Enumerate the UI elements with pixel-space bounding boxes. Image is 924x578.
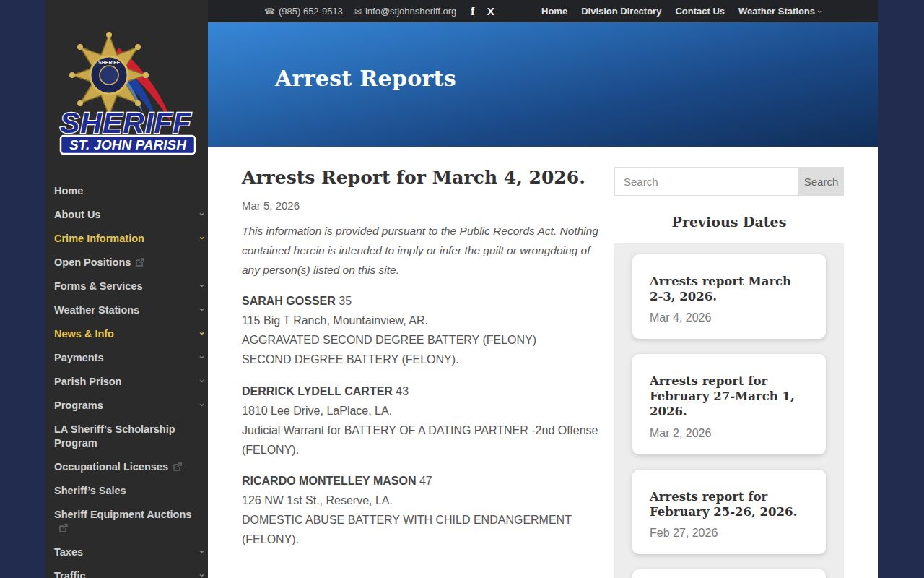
- card-title: Arrests report March 2-3, 2026.: [650, 274, 808, 304]
- arrest-entry: RICARDO MONTELLEY MASON 47 126 NW 1st St…: [242, 472, 614, 550]
- card-title: Arrests report for February 25-26, 2026.: [650, 489, 808, 519]
- arrest-detail-line: 126 NW 1st St., Reserve, LA.: [242, 491, 614, 511]
- arrestee-name: SARAH GOSSER: [242, 295, 336, 307]
- arrestee-age: 43: [396, 385, 409, 397]
- arrestee-age: 47: [419, 475, 432, 487]
- arrest-entry: DERRICK LYDELL CARTER 43 1810 Lee Drive,…: [242, 382, 614, 460]
- sidebar-item-about-us[interactable]: About Us ›: [54, 203, 208, 227]
- arrest-detail-line: AGGRAVATED SECOND DEGREE BATTERY (FELONY…: [242, 331, 614, 350]
- topbar: ☎ (985) 652-9513 ✉ info@stjohnsheriff.or…: [208, 0, 878, 22]
- sidebar-item-open-positions[interactable]: Open Positions: [54, 251, 208, 275]
- arrestee-age: 35: [339, 295, 352, 307]
- previous-dates-title: Previous Dates: [614, 214, 844, 230]
- arrest-entry-details: 115 Big T Ranch, Mountainview, AR.AGGRAV…: [242, 311, 614, 370]
- previous-dates-panel: Arrests report March 2-3, 2026. Mar 4, 2…: [614, 243, 844, 578]
- sidebar-menu: Home About Us › Crime Information › Open…: [45, 179, 208, 578]
- topnav-item-division-directory[interactable]: Division Directory: [581, 6, 661, 17]
- topbar-contact: ☎ (985) 652-9513 ✉ info@stjohnsheriff.or…: [264, 5, 494, 18]
- topnav: Home Division Directory Contact Us Weath…: [541, 6, 821, 17]
- arrestee-name: RICARDO MONTELLEY MASON: [242, 475, 416, 487]
- chevron-down-icon: ›: [197, 379, 206, 382]
- sidebar-item-payments[interactable]: Payments ›: [54, 346, 208, 370]
- sidebar-item-la-sheriff-s-scholarship-program[interactable]: LA Sheriff’s Scholarship Program: [54, 418, 208, 455]
- phone-icon: ☎: [264, 7, 275, 17]
- chevron-down-icon: ›: [197, 332, 206, 335]
- card-date: Feb 27, 2026: [650, 527, 808, 540]
- arrest-detail-line: 115 Big T Ranch, Mountainview, AR.: [242, 311, 614, 331]
- article-title: Arrests Report for March 4, 2026.: [242, 167, 614, 189]
- sidebar-item-sheriff-s-sales[interactable]: Sheriff’s Sales: [54, 479, 208, 503]
- content-region: Arrests Report for March 4, 2026. Mar 5,…: [208, 147, 878, 578]
- arrest-entry-details: 1810 Lee Drive, LaPlace, LA.Judicial War…: [242, 402, 614, 460]
- card-date: Mar 2, 2026: [650, 427, 808, 440]
- previous-date-card[interactable]: Arrests report March 2-3, 2026. Mar 4, 2…: [632, 254, 826, 339]
- previous-date-card[interactable]: Arrests report for February 24, 2026.: [632, 569, 826, 578]
- chevron-down-icon: ›: [197, 236, 206, 239]
- sheriff-logo[interactable]: SHERIFF SHERIFF ST. JOHN PARISH: [55, 26, 199, 158]
- search-input[interactable]: [614, 167, 798, 196]
- external-link-icon: [59, 524, 68, 532]
- badge-word: SHERIFF: [98, 60, 121, 65]
- badge-star-icon: SHERIFF: [69, 32, 149, 118]
- page: SHERIFF SHERIFF ST. JOHN PARISH Home Abo…: [0, 0, 924, 578]
- social-links: f X: [471, 5, 493, 18]
- arrest-entry-details: 126 NW 1st St., Reserve, LA.DOMESTIC ABU…: [242, 491, 614, 550]
- main-column: ☎ (985) 652-9513 ✉ info@stjohnsheriff.or…: [208, 0, 878, 578]
- arrest-detail-line: Judicial Warrant for BATTERY OF A DATING…: [242, 421, 614, 460]
- search-button[interactable]: Search: [798, 167, 844, 196]
- chevron-down-icon: ›: [197, 308, 206, 311]
- logo-parish: ST. JOHN PARISH: [69, 137, 187, 152]
- sidebar-item-taxes[interactable]: Taxes ›: [54, 540, 208, 564]
- article-date: Mar 5, 2026: [242, 199, 614, 212]
- chevron-down-icon: ›: [197, 574, 206, 577]
- card-title: Arrests report for February 27-March 1, …: [650, 374, 808, 419]
- email-address: info@stjohnsheriff.org: [365, 6, 456, 17]
- facebook-icon[interactable]: f: [471, 5, 474, 18]
- x-twitter-icon[interactable]: X: [487, 5, 494, 17]
- phone-link[interactable]: ☎ (985) 652-9513: [264, 6, 343, 17]
- page-banner: Arrest Reports: [208, 22, 878, 147]
- previous-date-card[interactable]: Arrests report for February 25-26, 2026.…: [632, 470, 826, 554]
- chevron-down-icon: ›: [197, 550, 206, 553]
- sidebar-item-forms-services[interactable]: Forms & Services ›: [54, 275, 208, 298]
- logo-word: SHERIFF: [60, 106, 191, 139]
- envelope-icon: ✉: [354, 7, 362, 17]
- chevron-down-icon: ›: [197, 284, 206, 287]
- previous-date-card[interactable]: Arrests report for February 27-March 1, …: [632, 354, 826, 454]
- chevron-down-icon: ›: [197, 212, 206, 215]
- sidebar-item-crime-information[interactable]: Crime Information ›: [54, 227, 208, 251]
- email-link[interactable]: ✉ info@stjohnsheriff.org: [354, 6, 456, 17]
- sheriff-logo-graphic: SHERIFF SHERIFF ST. JOHN PARISH: [55, 26, 199, 155]
- chevron-down-icon: ›: [197, 355, 206, 358]
- chevron-down-icon: ›: [815, 10, 825, 13]
- chevron-down-icon: ›: [197, 403, 206, 406]
- sidebar-item-traffic[interactable]: Traffic ›: [54, 564, 208, 578]
- sidebar-item-programs[interactable]: Programs ›: [54, 394, 208, 418]
- topnav-item-contact-us[interactable]: Contact Us: [675, 6, 725, 17]
- sidebar: SHERIFF SHERIFF ST. JOHN PARISH Home Abo…: [45, 0, 208, 578]
- arrest-detail-line: SECOND DEGREE BATTERY (FELONY).: [242, 350, 614, 370]
- sidebar-item-parish-prison[interactable]: Parish Prison ›: [54, 370, 208, 394]
- sidebar-item-home[interactable]: Home: [54, 179, 208, 203]
- arrest-entries: SARAH GOSSER 35 115 Big T Ranch, Mountai…: [242, 292, 614, 550]
- public-records-disclaimer: This information is provided pursuant to…: [242, 221, 603, 280]
- sidebar-item-occupational-licenses[interactable]: Occupational Licenses: [54, 455, 208, 479]
- arrest-entry: SARAH GOSSER 35 115 Big T Ranch, Mountai…: [242, 292, 614, 370]
- arrest-detail-line: 1810 Lee Drive, LaPlace, LA.: [242, 402, 614, 421]
- card-date: Mar 4, 2026: [650, 311, 808, 324]
- topnav-item-home[interactable]: Home: [541, 6, 567, 17]
- topnav-item-weather-stations[interactable]: Weather Stations ›: [738, 6, 821, 17]
- arrestee-name: DERRICK LYDELL CARTER: [242, 385, 393, 397]
- sidebar-item-sheriff-equipment-auctions[interactable]: Sheriff Equipment Auctions: [54, 503, 208, 540]
- external-link-icon: [173, 462, 182, 471]
- search-row: Search: [614, 167, 844, 196]
- external-link-icon: [136, 258, 144, 267]
- phone-number: (985) 652-9513: [279, 6, 343, 17]
- sidebar-item-news-info[interactable]: News & Info ›: [54, 322, 208, 346]
- arrest-detail-line: DOMESTIC ABUSE BATTERY WITH CHILD ENDANG…: [242, 511, 614, 550]
- right-rail: Search Previous Dates Arrests report Mar…: [614, 167, 844, 578]
- page-title: Arrest Reports: [275, 66, 878, 91]
- sidebar-item-weather-stations[interactable]: Weather Stations ›: [54, 298, 208, 322]
- arrest-report-article: Arrests Report for March 4, 2026. Mar 5,…: [242, 167, 614, 578]
